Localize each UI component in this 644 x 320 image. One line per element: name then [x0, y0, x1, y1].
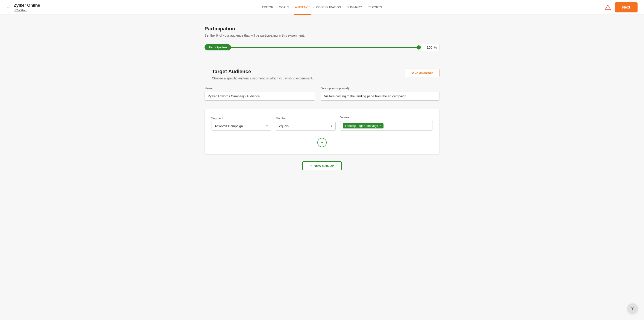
slider-row: Participation 100 % [204, 44, 440, 51]
modifier-select-wrapper: equals ▼ [276, 122, 336, 131]
help-button[interactable]: ? [628, 304, 638, 314]
alert-icon[interactable]: ! [604, 4, 611, 10]
tab-audience[interactable]: AUDIENCE [294, 0, 311, 15]
back-arrow-icon[interactable]: ← [6, 5, 11, 10]
section-divider [204, 59, 440, 59]
segment-select-wrapper: Adwords Campaign ▼ [211, 122, 271, 131]
app-title: Zylker Online PAUSED [14, 3, 40, 11]
nav-sep-3: › [313, 5, 314, 9]
slider-container: Participation [204, 44, 417, 50]
modifier-group: Modifier equals ▼ [276, 116, 336, 131]
name-form-group: Name [204, 87, 315, 101]
target-title-desc: Target Audience Choose a specific audien… [212, 69, 313, 80]
tab-editor[interactable]: EDITOR [261, 0, 274, 15]
slider-value[interactable]: 100 [424, 45, 432, 49]
target-audience-desc: Choose a specific audience segment on wh… [212, 76, 313, 80]
nav-sep-1: › [276, 5, 277, 9]
desc-form-group: Description (optional) [320, 87, 440, 101]
app-header: ← Zylker Online PAUSED EDITOR › GOALS › … [0, 0, 644, 15]
desc-label: Description (optional) [320, 87, 440, 90]
name-input[interactable] [204, 92, 315, 101]
name-label: Name [204, 87, 315, 90]
values-col-label: Values [340, 116, 433, 119]
header-right: ! Next [592, 2, 638, 12]
values-group: Values Landing Page Campaign × [340, 116, 433, 131]
tab-reports[interactable]: REPORTS [367, 0, 383, 15]
add-condition-row: + [211, 138, 433, 147]
slider-input-wrapper: 100 % [422, 44, 440, 51]
segment-group: Segment Adwords Campaign ▼ [211, 116, 271, 131]
participation-title: Participation [204, 26, 440, 32]
participation-desc: Set the % of your audience that will be … [204, 34, 440, 37]
tab-summary[interactable]: SUMMARY [346, 0, 363, 15]
tag-label: Landing Page Campaign [345, 124, 378, 128]
header-left: ← Zylker Online PAUSED [6, 3, 52, 11]
new-group-button[interactable]: + NEW GROUP [302, 161, 342, 170]
modifier-select[interactable]: equals [276, 122, 336, 131]
target-back-icon[interactable]: ← [204, 69, 209, 74]
next-button[interactable]: Next [615, 2, 638, 12]
slider-track-wrapper[interactable] [231, 47, 419, 48]
nav-sep-4: › [343, 5, 344, 9]
tag-close-icon[interactable]: × [379, 124, 381, 127]
main-content: Participation Set the % of your audience… [195, 15, 449, 189]
slider-thumb[interactable] [417, 45, 421, 49]
tag-landing-page-campaign: Landing Page Campaign × [343, 123, 384, 128]
slider-percent: % [434, 45, 437, 49]
add-condition-button[interactable]: + [318, 138, 326, 147]
nav-sep-5: › [364, 5, 365, 9]
tab-goals[interactable]: GOALS [278, 0, 290, 15]
new-group-label: NEW GROUP [314, 164, 334, 168]
participation-section: Participation Set the % of your audience… [204, 26, 440, 51]
segment-panel: Segment Adwords Campaign ▼ Modifier equa… [204, 109, 440, 155]
segment-col-label: Segment [211, 116, 271, 120]
new-group-wrapper: + NEW GROUP [204, 161, 440, 170]
nav-sep-2: › [292, 5, 293, 9]
app-name: Zylker Online [14, 3, 40, 8]
svg-text:!: ! [608, 7, 608, 9]
nav-tabs: EDITOR › GOALS › AUDIENCE › CONFIGURATIO… [52, 0, 592, 15]
slider-track [231, 47, 419, 48]
target-header: ← Target Audience Choose a specific audi… [204, 69, 440, 80]
tab-configuration[interactable]: CONFIGURATION [315, 0, 342, 15]
segment-row: Segment Adwords Campaign ▼ Modifier equa… [211, 116, 433, 131]
slider-label: Participation [204, 44, 231, 50]
desc-input[interactable] [320, 92, 440, 101]
modifier-col-label: Modifier [276, 116, 336, 120]
target-title-group: ← Target Audience Choose a specific audi… [204, 69, 313, 80]
audience-form-row: Name Description (optional) [204, 87, 440, 101]
values-input[interactable]: Landing Page Campaign × [340, 121, 433, 131]
target-audience-section: ← Target Audience Choose a specific audi… [204, 69, 440, 170]
status-badge: PAUSED [14, 8, 27, 11]
target-audience-title: Target Audience [212, 69, 313, 75]
new-group-plus-icon: + [310, 164, 312, 168]
add-condition-icon: + [320, 140, 324, 145]
save-audience-button[interactable]: Save Audience [405, 69, 440, 77]
segment-select[interactable]: Adwords Campaign [211, 122, 271, 131]
